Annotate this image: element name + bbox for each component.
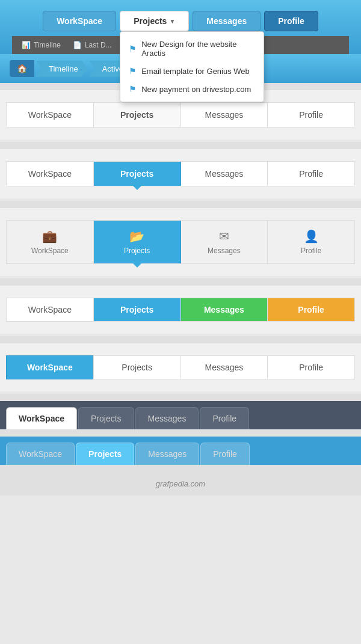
- tabs-colored: WorkSpace Projects Messages Profile: [6, 298, 355, 322]
- profile-btn[interactable]: Profile: [264, 11, 318, 31]
- tabs-icon: 💼 WorkSpace 📂 Projects ✉ Messages 👤 Prof…: [6, 220, 355, 264]
- dropdown-item-2[interactable]: ⚑ Email template for Genius Web: [120, 62, 264, 80]
- messages-btn[interactable]: Messages: [193, 11, 261, 31]
- projects-dropdown-container: Projects ▼ ⚑ New Design for the website …: [120, 11, 189, 31]
- tab-profile-4[interactable]: Profile: [268, 298, 354, 321]
- tab-profile-7[interactable]: Profile: [200, 443, 250, 465]
- tab-profile-3-label: Profile: [301, 247, 321, 255]
- flag-icon-2: ⚑: [129, 66, 137, 76]
- envelope-icon: ✉: [219, 229, 229, 244]
- lastd-label: Last D...: [85, 41, 112, 49]
- projects-btn[interactable]: Projects ▼: [120, 11, 189, 31]
- nav-style2-section: WorkSpace Projects Messages Profile: [0, 149, 361, 198]
- projects-dropdown-menu: ⚑ New Design for the website Aractis ⚑ E…: [120, 31, 264, 102]
- nav-style7-section: WorkSpace Projects Messages Profile: [0, 437, 361, 465]
- tab-projects-4[interactable]: Projects: [94, 298, 181, 321]
- flag-icon-3: ⚑: [129, 84, 137, 94]
- tab-messages-3[interactable]: ✉ Messages: [181, 221, 268, 263]
- breadcrumb-home[interactable]: 🏠: [10, 60, 34, 77]
- tab-messages-4[interactable]: Messages: [181, 298, 268, 321]
- tab-profile-5[interactable]: Profile: [267, 355, 355, 379]
- dropdown-item-3[interactable]: ⚑ New payment on drivestop.com: [120, 80, 264, 98]
- tab-profile-1[interactable]: Profile: [268, 103, 354, 127]
- tab-messages-6[interactable]: Messages: [135, 407, 199, 429]
- timeline-label: Timeline: [34, 41, 61, 49]
- tab-projects-5[interactable]: Projects: [93, 355, 180, 379]
- tab-workspace-1[interactable]: WorkSpace: [7, 103, 94, 127]
- tab-projects-2[interactable]: Projects: [94, 162, 181, 186]
- doc-icon: 📄: [73, 41, 82, 49]
- tab-messages-2[interactable]: Messages: [181, 162, 268, 186]
- tab-projects-3-label: Projects: [124, 247, 150, 255]
- person-icon: 👤: [304, 229, 319, 244]
- dropdown-arrow-icon: ▼: [169, 18, 175, 25]
- briefcase-icon: 💼: [42, 229, 57, 244]
- folder-open-icon: 📂: [129, 229, 144, 244]
- dropdown-item-3-label: New payment on drivestop.com: [141, 85, 251, 94]
- tab-workspace-5[interactable]: WorkSpace: [6, 355, 93, 379]
- dropdown-item-2-label: Email template for Genius Web: [141, 67, 250, 76]
- tab-profile-2[interactable]: Profile: [268, 162, 354, 186]
- tabs-folder-blue: WorkSpace Projects Messages Profile: [6, 443, 355, 465]
- tab-workspace-3[interactable]: 💼 WorkSpace: [7, 221, 94, 263]
- workspace-btn[interactable]: WorkSpace: [43, 11, 116, 31]
- tab-projects-3[interactable]: 📂 Projects: [94, 221, 181, 263]
- tab-projects-6[interactable]: Projects: [78, 407, 134, 429]
- flag-icon-1: ⚑: [129, 44, 137, 54]
- footer: grafpedia.com: [0, 472, 361, 495]
- timeline-nav[interactable]: 📊 Timeline: [22, 41, 61, 49]
- tab-messages-1[interactable]: Messages: [181, 103, 268, 127]
- nav-style3-section: 💼 WorkSpace 📂 Projects ✉ Messages 👤 Prof…: [0, 208, 361, 276]
- tab-workspace-6[interactable]: WorkSpace: [6, 407, 77, 429]
- tab-projects-1[interactable]: Projects: [94, 103, 181, 127]
- tab-profile-6[interactable]: Profile: [200, 407, 249, 429]
- breadcrumb-timeline[interactable]: Timeline: [35, 61, 88, 77]
- tab-workspace-7[interactable]: WorkSpace: [6, 443, 75, 465]
- tab-workspace-2[interactable]: WorkSpace: [7, 162, 94, 186]
- tab-projects-7[interactable]: Projects: [76, 443, 134, 465]
- tab-messages-7[interactable]: Messages: [135, 443, 199, 465]
- tabs-blue: WorkSpace Projects Messages Profile: [6, 161, 355, 186]
- lastd-nav[interactable]: 📄 Last D...: [73, 41, 112, 49]
- nav-style6-section: WorkSpace Projects Messages Profile: [0, 401, 361, 429]
- nav-style5-section: WorkSpace Projects Messages Profile: [0, 343, 361, 391]
- tabs-first-blue: WorkSpace Projects Messages Profile: [6, 355, 355, 379]
- topnav-buttons: WorkSpace Projects ▼ ⚑ New Design for th…: [12, 11, 349, 31]
- projects-label: Projects: [134, 16, 167, 26]
- tab-profile-3[interactable]: 👤 Profile: [268, 221, 354, 263]
- tab-messages-5[interactable]: Messages: [180, 355, 268, 379]
- tab-messages-3-label: Messages: [208, 247, 241, 255]
- chart-icon: 📊: [22, 41, 31, 49]
- tab-workspace-3-label: WorkSpace: [31, 247, 69, 255]
- tabs-flat: WorkSpace Projects Messages Profile: [6, 102, 355, 127]
- dropdown-item-1-label: New Design for the website Aractis: [141, 40, 255, 58]
- tabs-folder-dark: WorkSpace Projects Messages Profile: [6, 407, 355, 429]
- dropdown-item-1[interactable]: ⚑ New Design for the website Aractis: [120, 35, 264, 62]
- nav-style4-section: WorkSpace Projects Messages Profile: [0, 286, 361, 334]
- tab-workspace-4[interactable]: WorkSpace: [7, 298, 94, 321]
- top-nav-section: WorkSpace Projects ▼ ⚑ New Design for th…: [0, 0, 361, 54]
- footer-text: grafpedia.com: [156, 479, 205, 488]
